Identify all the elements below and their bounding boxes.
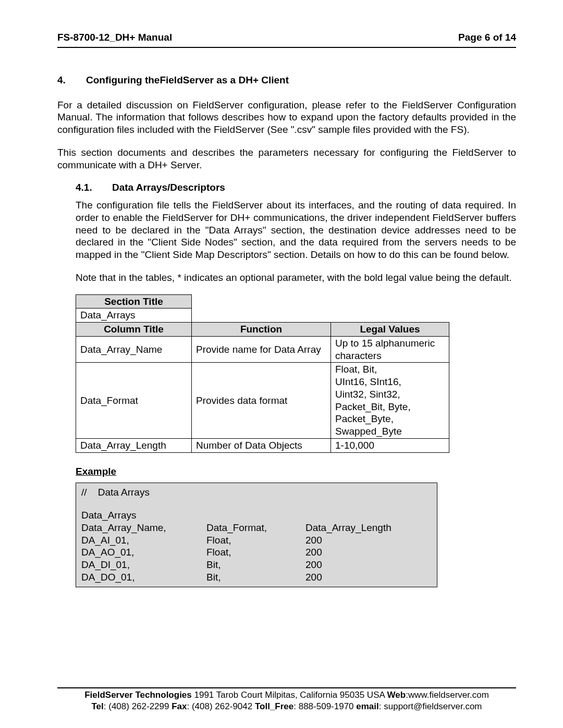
example-data-row: DA_DO_01, Bit, 200 [81,571,432,584]
section-title: Configuring theFieldServer as a DH+ Clie… [86,74,289,87]
table-row: Column Title Function Legal Values [76,323,449,337]
table-row: Data_Array_Length Number of Data Objects… [76,438,449,452]
footer-fax-label: Fax [172,701,187,711]
section-title-value: Data_Arrays [76,309,192,323]
cell: Number of Data Objects [192,438,331,452]
col-header-3: Legal Values [331,323,449,337]
ex-cell: 200 [305,546,432,559]
section-heading: 4. Configuring theFieldServer as a DH+ C… [57,74,516,87]
footer-toll: : 888-509-1970 [293,701,356,711]
page-footer: FieldServer Technologies 1991 Tarob Cour… [57,687,516,712]
footer-line-1: FieldServer Technologies 1991 Tarob Cour… [57,689,516,701]
example-header: Data_Arrays [81,509,432,522]
ex-cell: Float, [206,546,305,559]
ex-col: Data_Array_Name, [81,522,206,534]
footer-tel-label: Tel [91,701,103,711]
col-header-1: Column Title [76,323,192,337]
ex-cell: Float, [206,534,305,547]
subsection-block: 4.1. Data Arrays/Descriptors The configu… [76,181,516,587]
footer-email-label: email [356,701,378,711]
footer-web: :www.fieldserver.com [406,690,489,700]
footer-addr: 1991 Tarob Court Milpitas, California 95… [192,690,387,700]
ex-cell: 200 [305,559,432,571]
ex-cell: DA_DO_01, [81,571,206,584]
example-label: Example [76,465,516,478]
footer-rule [57,687,516,688]
ex-cell: Bit, [206,559,305,571]
subsection-para-2: Note that in the tables, * indicates an … [76,272,516,284]
subsection-title: Data Arrays/Descriptors [112,181,225,194]
cell: Data_Array_Name [76,336,192,363]
ex-cell: DA_AI_01, [81,534,206,547]
subsection-number: 4.1. [76,181,112,194]
subsection-para-1: The configuration file tells the FieldSe… [76,199,516,261]
spacer [81,499,432,509]
cell: Data_Format [76,363,192,439]
header-rule [57,47,516,48]
table-row: Data_Array_Name Provide name for Data Ar… [76,336,449,363]
ex-cell: 200 [305,534,432,547]
ex-col: Data_Format, [206,522,305,534]
ex-cell: Bit, [206,571,305,584]
section-number: 4. [57,74,86,87]
footer-line-2: Tel: (408) 262-2299 Fax: (408) 262-9042 … [57,701,516,712]
example-data-row: DA_DI_01, Bit, 200 [81,559,432,571]
page-header: FS-8700-12_DH+ Manual Page 6 of 14 [57,31,516,44]
section-para-1: For a detailed discussion on FieldServer… [57,99,516,136]
cell: Up to 15 alphanumeric characters [331,336,449,363]
section-title-header: Section Title [76,294,192,309]
section-para-2: This section documents and describes the… [57,146,516,171]
page: FS-8700-12_DH+ Manual Page 6 of 14 4. Co… [0,0,563,728]
example-comment: // Data Arrays [81,486,432,499]
header-right: Page 6 of 14 [458,31,516,44]
ex-col: Data_Array_Length [305,522,432,534]
ex-cell: DA_DI_01, [81,559,206,571]
cell: Float, Bit, UInt16, SInt16, Uint32, Sint… [331,363,449,439]
footer-toll-label: Toll_Free [255,701,293,711]
header-left: FS-8700-12_DH+ Manual [57,31,172,44]
subsection-heading: 4.1. Data Arrays/Descriptors [76,181,516,194]
footer-email: : support@fieldserver.com [379,701,482,711]
table-row: Section Title [76,294,449,309]
footer-web-label: Web [387,690,406,700]
col-header-2: Function [192,323,331,337]
example-data-row: DA_AI_01, Float, 200 [81,534,432,547]
ex-cell: DA_AO_01, [81,546,206,559]
cell: Provides data format [192,363,331,439]
example-data-row: DA_AO_01, Float, 200 [81,546,432,559]
cell: Data_Array_Length [76,438,192,452]
footer-company: FieldServer Technologies [84,690,192,700]
ex-cell: 200 [305,571,432,584]
footer-fax: : (408) 262-9042 [187,701,255,711]
cell: 1-10,000 [331,438,449,452]
table-row: Data_Format Provides data format Float, … [76,363,449,439]
cell: Provide name for Data Array [192,336,331,363]
data-arrays-table: Section Title Data_Arrays Column Title F… [76,294,449,453]
example-col-row: Data_Array_Name, Data_Format, Data_Array… [81,522,432,534]
table-row: Data_Arrays [76,309,449,323]
footer-tel: : (408) 262-2299 [104,701,172,711]
example-box: // Data Arrays Data_Arrays Data_Array_Na… [76,483,437,587]
